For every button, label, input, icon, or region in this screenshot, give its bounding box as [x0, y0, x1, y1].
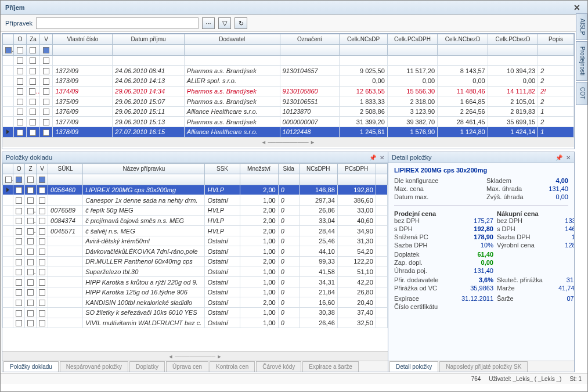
- col-header[interactable]: Celk.PCbezD: [488, 34, 538, 45]
- col-header[interactable]: Celk.NCsDP: [340, 34, 387, 45]
- col-header[interactable]: PCsDPH: [337, 164, 376, 174]
- table-row[interactable]: !1374/0929.06.2010 14:34Pharmos a.s. Bra…: [3, 86, 574, 96]
- items-pane-title: Položky dokladu: [6, 154, 52, 161]
- tab-6[interactable]: Expirace a šarže: [302, 361, 358, 372]
- window-title: Příjem: [5, 4, 25, 11]
- table-row[interactable]: DávkovačlékůLÉKOVKA 7dní-ráno,poleOstatn…: [3, 246, 388, 257]
- table-row[interactable]: 0056460LIPIREX 200MG cps 30x200mgHVLP2,0…: [3, 185, 388, 195]
- filter-button[interactable]: ▽: [218, 17, 231, 29]
- table-row[interactable]: VIVIL multivitamin WALDFRUCHT bez c.Osta…: [3, 318, 388, 328]
- col-header[interactable]: NCsDPH: [299, 164, 337, 174]
- col-header[interactable]: [3, 164, 13, 174]
- col-header[interactable]: SÚKL: [48, 164, 83, 174]
- col-header[interactable]: Název přípravku: [83, 164, 205, 174]
- table-row[interactable]: HIPP Karotka s krůtou a rýží 220g od 9.O…: [3, 277, 388, 287]
- detail-item-title: LIPIREX 200MG cps 30x200mg: [394, 167, 568, 174]
- col-header[interactable]: Celk.NCbezD: [438, 34, 488, 45]
- items-grid[interactable]: OZVSÚKLNázev přípravkuSSKMnožstvíSklaNCs…: [2, 163, 388, 351]
- pin-icon[interactable]: 📌: [555, 154, 562, 161]
- col-header[interactable]: Za: [27, 34, 40, 45]
- col-header[interactable]: Z: [25, 164, 37, 174]
- col-header[interactable]: O: [13, 164, 25, 174]
- table-row[interactable]: x0084374č projímavá čajová směs n.s. MEG…: [3, 215, 388, 226]
- close-pane-icon[interactable]: ✕: [380, 154, 384, 161]
- table-row[interactable]: [3, 55, 574, 66]
- col-header[interactable]: Datum příjmu: [113, 34, 185, 45]
- col-header[interactable]: V: [39, 34, 53, 45]
- col-header[interactable]: Popis: [538, 34, 574, 45]
- table-row[interactable]: 1376/0929.06.2010 15:11Alliance Healthca…: [3, 106, 574, 117]
- tab-2[interactable]: Doplatky: [129, 361, 165, 372]
- table-row[interactable]: HIPP Karotka 125g od 16.týdne 906Ostatní…: [3, 287, 388, 297]
- picker-button[interactable]: ···: [202, 17, 215, 29]
- col-header[interactable]: SSK: [205, 164, 240, 174]
- receipts-grid[interactable]: OZaVVlastní čísloDatum příjmuDodavatelOz…: [2, 34, 574, 138]
- table-row[interactable]: xSuperželezo tbl.30Ostatní1,00041,5851,1…: [3, 267, 388, 277]
- status-st: St: 1: [569, 376, 582, 382]
- tab-4[interactable]: Kontrola cen: [210, 361, 255, 372]
- col-header[interactable]: V: [37, 164, 48, 174]
- tab-1[interactable]: Nespárované položky: [60, 361, 128, 372]
- col-header[interactable]: [3, 34, 14, 45]
- col-header[interactable]: Množství: [240, 164, 278, 174]
- filter-label: Přípravek: [5, 20, 33, 27]
- side-tab-cot[interactable]: COT: [576, 82, 587, 105]
- status-user: Uživatel: _Lekis_ ( _Lekis _): [489, 376, 561, 382]
- hscroll[interactable]: ◄ ─────────── ►: [2, 138, 574, 147]
- table-row[interactable]: 1372/0924.06.2010 08:41Pharmos a.s. Bran…: [3, 66, 574, 76]
- table-row[interactable]: x0076589č řepík 50g MEGHVLP2,00026,8633,…: [3, 206, 388, 216]
- col-header[interactable]: Vlastní číslo: [53, 34, 113, 45]
- side-tab-aislp[interactable]: AISLP: [576, 13, 587, 40]
- hscroll2[interactable]: ◄ ─────────── ►: [2, 351, 388, 361]
- tab-0[interactable]: Položky dokladu: [3, 361, 59, 372]
- table-row[interactable]: KANDISIN 100tbl nekalorické sladidloOsta…: [3, 297, 388, 308]
- col-header[interactable]: O: [13, 34, 27, 45]
- filter-input[interactable]: [36, 17, 199, 29]
- table-row[interactable]: 1377/0929.06.2010 15:13Pharmos a.s. Bran…: [3, 117, 574, 127]
- table-row[interactable]: 1373/0924.06.2010 14:13ALIER spol. s.r.o…: [3, 76, 574, 87]
- table-row[interactable]: 1375/0929.06.2010 15:07Pharmos a.s. Bran…: [3, 96, 574, 107]
- table-row[interactable]: SO žiletky k seřezávači 10ks 6010 YESOst…: [3, 307, 388, 318]
- side-tab-prodejnosti[interactable]: Prodejnosti: [576, 41, 587, 81]
- tab-r-0[interactable]: Detail položky: [389, 361, 438, 372]
- table-row[interactable]: Aviril-dětský krém50mlOstatní1,00025,463…: [3, 236, 388, 246]
- col-header[interactable]: Označení: [280, 34, 340, 45]
- refresh-button[interactable]: ↻: [235, 17, 247, 29]
- table-row[interactable]: DR.MULLER Panthenol 60x40mg cpsOstatní2,…: [3, 257, 388, 267]
- close-icon[interactable]: ✕: [571, 3, 583, 12]
- table-row[interactable]: Canespor 1x denne sada na nehty drm.Osta…: [3, 195, 388, 206]
- pin-icon[interactable]: 📌: [369, 154, 376, 161]
- tab-3[interactable]: Úprava cen: [166, 361, 208, 372]
- tab-5[interactable]: Čárové kódy: [256, 361, 301, 372]
- table-row[interactable]: x0045571č šalvěj n.s. MEGHVLP2,00028,443…: [3, 226, 388, 236]
- status-count: 764: [471, 376, 481, 382]
- detail-pane-title: Detail položky: [392, 154, 431, 161]
- col-header[interactable]: Dodavatel: [184, 34, 280, 45]
- col-header[interactable]: [376, 164, 387, 174]
- tab-r-1[interactable]: Naposledy přijaté položky SK: [439, 361, 528, 372]
- col-header[interactable]: Celk.PCsDPH: [387, 34, 437, 45]
- close-pane-icon[interactable]: ✕: [566, 154, 571, 161]
- table-row[interactable]: 1378/0927.07.2010 16:15Alliance Healthca…: [3, 127, 574, 138]
- detail-panel: LIPIREX 200MG cps 30x200mg Dle konfigura…: [388, 163, 574, 361]
- col-header[interactable]: Skla: [278, 164, 299, 174]
